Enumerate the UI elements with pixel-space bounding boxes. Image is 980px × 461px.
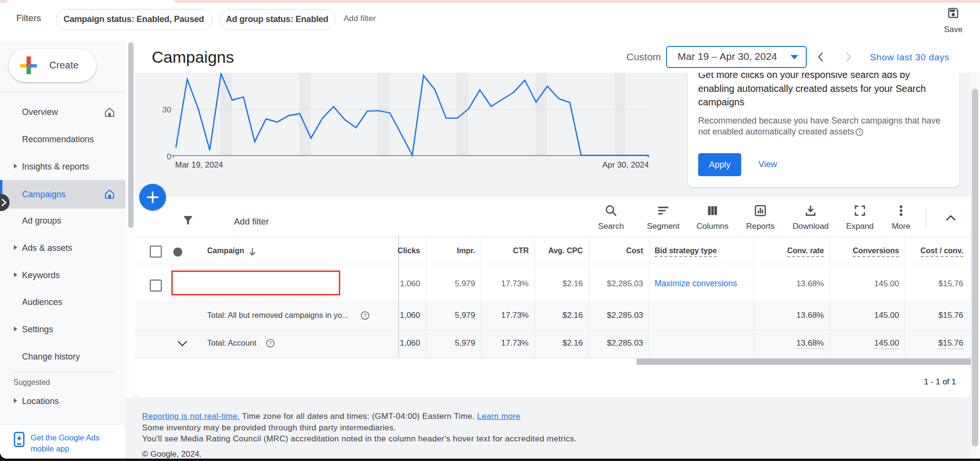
svg-text:?: ? — [269, 340, 272, 346]
svg-text:?: ? — [858, 129, 861, 135]
